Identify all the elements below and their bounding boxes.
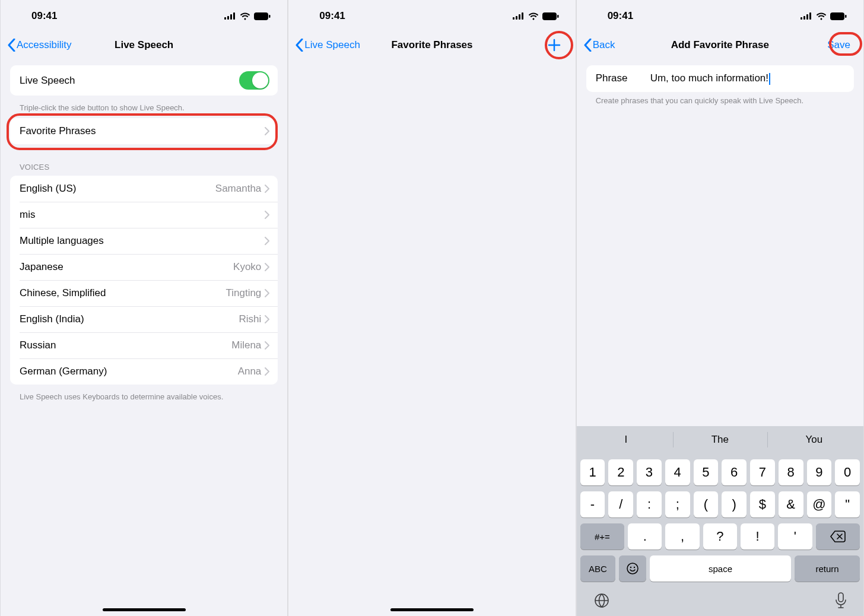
battery-icon — [542, 12, 559, 20]
key[interactable]: ) — [722, 491, 747, 517]
content: Phrase Um, too much information! Create … — [577, 58, 863, 426]
cellular-icon — [224, 12, 236, 20]
battery-icon — [254, 12, 271, 20]
key-period[interactable]: . — [628, 523, 662, 550]
key-backspace[interactable] — [816, 523, 860, 550]
voice-name: mis — [20, 209, 265, 221]
voice-row[interactable]: English (US)Samantha — [10, 176, 278, 202]
voice-row[interactable]: English (India)Rishi — [10, 306, 278, 332]
svg-rect-11 — [557, 15, 559, 18]
key-abc[interactable]: ABC — [580, 555, 616, 582]
status-icons — [224, 12, 271, 20]
svg-point-18 — [627, 563, 638, 574]
key[interactable]: & — [779, 491, 803, 517]
key[interactable]: 9 — [807, 459, 832, 485]
svg-point-19 — [630, 567, 631, 568]
back-button[interactable]: Live Speech — [293, 36, 363, 54]
chevron-right-icon — [265, 211, 269, 219]
key[interactable]: : — [637, 491, 662, 517]
voice-row[interactable]: Multiple languages — [10, 228, 278, 254]
voice-row[interactable]: German (Germany)Anna — [10, 358, 278, 385]
dictation-button[interactable] — [835, 592, 847, 609]
key[interactable]: 1 — [580, 459, 605, 485]
svg-rect-15 — [809, 12, 811, 20]
key-return[interactable]: return — [795, 555, 860, 582]
svg-rect-7 — [516, 16, 517, 20]
key-space[interactable]: space — [650, 555, 791, 582]
toggle-group: Live Speech — [10, 65, 278, 96]
key-exclaim[interactable]: ! — [741, 523, 774, 550]
back-label: Live Speech — [304, 39, 360, 51]
cellular-icon — [513, 12, 525, 20]
svg-rect-3 — [233, 12, 235, 20]
live-speech-toggle-row[interactable]: Live Speech — [10, 65, 278, 96]
voice-name: English (India) — [20, 313, 239, 325]
toggle-label: Live Speech — [20, 75, 239, 87]
status-time: 09:41 — [319, 10, 345, 22]
key-emoji[interactable] — [619, 555, 646, 582]
key[interactable]: 4 — [665, 459, 690, 485]
chevron-left-icon — [8, 39, 15, 52]
wifi-icon — [240, 12, 250, 20]
status-icons — [801, 12, 847, 20]
back-button[interactable]: Accessibility — [5, 36, 74, 54]
voice-name: Multiple languages — [20, 235, 265, 247]
key[interactable]: / — [608, 491, 633, 517]
key[interactable]: @ — [807, 491, 832, 517]
key[interactable]: 0 — [835, 459, 860, 485]
phrase-footer: Create phrases that you can quickly spea… — [577, 92, 863, 111]
suggestion-3[interactable]: You — [767, 426, 861, 453]
live-speech-toggle[interactable] — [239, 71, 269, 90]
back-button[interactable]: Back — [582, 36, 618, 54]
backspace-icon — [830, 531, 846, 542]
voices-header: Voices — [1, 148, 287, 176]
favorite-phrases-row[interactable]: Favorite Phrases — [10, 118, 278, 144]
voice-detail: Milena — [231, 339, 261, 351]
chevron-right-icon — [265, 315, 269, 323]
phrase-field-row[interactable]: Phrase Um, too much information! — [586, 65, 854, 92]
svg-rect-0 — [224, 17, 226, 20]
phrase-field-value[interactable]: Um, too much information! — [650, 72, 844, 85]
key[interactable]: 8 — [779, 459, 803, 485]
key[interactable]: 3 — [637, 459, 662, 485]
svg-rect-2 — [230, 14, 232, 20]
voice-row[interactable]: JapaneseKyoko — [10, 254, 278, 280]
chevron-right-icon — [265, 263, 269, 271]
key-apostrophe[interactable]: ' — [778, 523, 812, 550]
key-row-3: #+= . , ? ! ' — [579, 523, 861, 550]
toggle-footer: Triple-click the side button to show Liv… — [1, 99, 287, 118]
svg-rect-13 — [803, 16, 805, 20]
suggestion-2[interactable]: The — [673, 426, 767, 453]
key[interactable]: " — [835, 491, 860, 517]
key[interactable]: ; — [665, 491, 690, 517]
status-time: 09:41 — [608, 10, 633, 22]
chevron-left-icon — [296, 39, 303, 52]
key-question[interactable]: ? — [703, 523, 737, 550]
back-label: Accessibility — [17, 39, 72, 51]
voice-detail: Anna — [238, 366, 262, 377]
key[interactable]: 2 — [608, 459, 633, 485]
key-mode[interactable]: #+= — [580, 523, 624, 550]
key[interactable]: - — [580, 491, 605, 517]
emoji-icon — [626, 562, 639, 575]
save-button[interactable]: Save — [824, 38, 854, 52]
key-comma[interactable]: , — [665, 523, 699, 550]
key[interactable]: 6 — [722, 459, 747, 485]
voice-row[interactable]: mis — [10, 202, 278, 228]
suggestion-1[interactable]: I — [579, 426, 673, 453]
key[interactable]: $ — [750, 491, 775, 517]
key[interactable]: ( — [694, 491, 719, 517]
status-bar: 09:41 — [1, 0, 287, 32]
add-button[interactable] — [544, 37, 565, 53]
key[interactable]: 7 — [750, 459, 775, 485]
svg-rect-9 — [522, 12, 523, 20]
voice-row[interactable]: Chinese, SimplifiedTingting — [10, 280, 278, 306]
home-indicator — [390, 608, 474, 611]
key[interactable]: 5 — [694, 459, 719, 485]
voice-name: Japanese — [20, 261, 233, 273]
globe-button[interactable] — [593, 592, 610, 609]
nav-title: Add Favorite Phrase — [577, 39, 863, 51]
voice-detail: Tingting — [225, 287, 261, 299]
voice-row[interactable]: RussianMilena — [10, 332, 278, 358]
home-indicator — [103, 608, 186, 611]
